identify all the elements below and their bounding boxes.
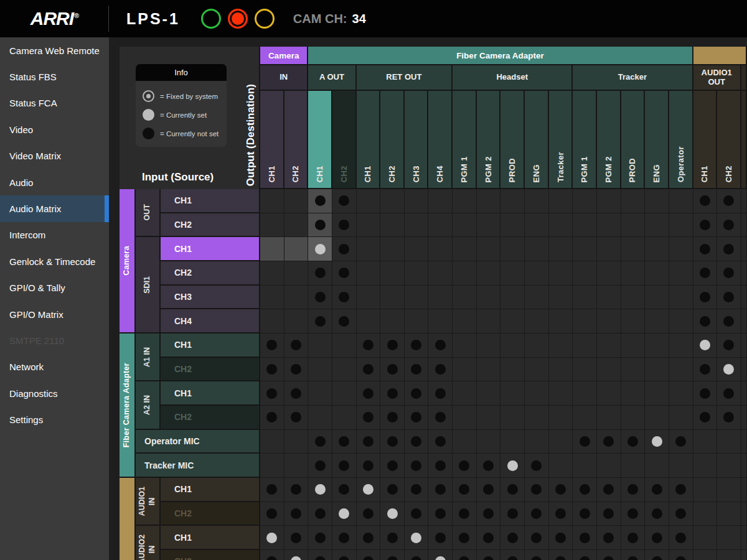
matrix-cell-r13c1[interactable] [260, 478, 284, 502]
matrix-cell-r4c6[interactable] [380, 261, 405, 286]
matrix-cell-r16c5[interactable] [357, 550, 381, 560]
matrix-cell-r2c9[interactable] [453, 213, 477, 238]
matrix-cell-r10c6[interactable] [380, 406, 405, 430]
row-header-6-ch4[interactable]: CH4 [161, 309, 260, 334]
matrix-cell-r16c7[interactable] [405, 550, 429, 560]
matrix-cell-r16c20[interactable] [717, 550, 741, 560]
matrix-cell-r11c5[interactable] [357, 430, 381, 454]
matrix-cell-r6c10[interactable] [477, 309, 501, 334]
matrix-cell-r14c20[interactable] [717, 502, 741, 526]
matrix-cell-r5c2[interactable] [284, 286, 309, 310]
col-header-18-operator[interactable]: Operator [669, 91, 693, 189]
matrix-cell-r16c15[interactable] [597, 550, 621, 560]
matrix-cell-r6c11[interactable] [500, 309, 525, 334]
matrix-cell-r7c5[interactable] [357, 334, 381, 358]
matrix-cell-r13c15[interactable] [597, 478, 621, 502]
matrix-cell-r15c9[interactable] [453, 526, 477, 550]
matrix-cell-r15c12[interactable] [525, 526, 549, 550]
matrix-cell-r14c15[interactable] [597, 502, 621, 526]
matrix-cell-r5c20[interactable] [717, 286, 741, 310]
matrix-cell-r5c12[interactable] [525, 286, 549, 310]
matrix-cell-r5c6[interactable] [380, 286, 405, 310]
matrix-cell-r8c14[interactable] [573, 358, 597, 382]
matrix-cell-r8c20[interactable] [717, 358, 741, 382]
matrix-cell-r3c2[interactable] [284, 237, 309, 261]
matrix-cell-r16c12[interactable] [525, 550, 549, 560]
matrix-cell-r16c17[interactable] [645, 550, 669, 560]
matrix-cell-r12c7[interactable] [405, 454, 429, 478]
matrix-cell-r4c10[interactable] [477, 261, 501, 286]
matrix-cell-r7c18[interactable] [669, 334, 693, 358]
matrix-cell-r9c5[interactable] [357, 381, 381, 406]
matrix-cell-r1c5[interactable] [357, 189, 381, 213]
matrix-cell-r5c18[interactable] [669, 286, 693, 310]
matrix-cell-r13c9[interactable] [453, 478, 477, 502]
matrix-cell-r5c17[interactable] [645, 286, 669, 310]
sidebar-item-diagnostics[interactable]: Diagnostics [0, 380, 109, 406]
matrix-cell-r1c11[interactable] [500, 189, 525, 213]
matrix-cell-r4c12[interactable] [525, 261, 549, 286]
sidebar-item-video[interactable]: Video [0, 116, 109, 142]
row-header-12-tracker-mic[interactable]: Tracker MIC [136, 454, 260, 478]
matrix-cell-r4c3[interactable] [308, 261, 332, 286]
matrix-cell-r13c5[interactable] [357, 478, 381, 502]
matrix-cell-r15c10[interactable] [477, 526, 501, 550]
col-header-17-eng[interactable]: ENG [645, 91, 669, 189]
matrix-cell-r3c4[interactable] [332, 237, 357, 261]
matrix-cell-r4c14[interactable] [573, 261, 597, 286]
matrix-cell-r15c5[interactable] [357, 526, 381, 550]
matrix-cell-r2c20[interactable] [717, 213, 741, 238]
matrix-cell-r12c20[interactable] [717, 454, 741, 478]
matrix-cell-r3c17[interactable] [645, 237, 669, 261]
matrix-cell-r7c2[interactable] [284, 334, 309, 358]
matrix-cell-r8c2[interactable] [284, 358, 309, 382]
matrix-cell-r1c8[interactable] [428, 189, 453, 213]
matrix-cell-r12c18[interactable] [669, 454, 693, 478]
matrix-cell-r15c19[interactable] [693, 526, 718, 550]
matrix-cell-r4c18[interactable] [669, 261, 693, 286]
matrix-cell-r6c18[interactable] [669, 309, 693, 334]
matrix-cell-r12c2[interactable] [284, 454, 309, 478]
matrix-cell-r1c6[interactable] [380, 189, 405, 213]
matrix-cell-r1c7[interactable] [405, 189, 429, 213]
matrix-cell-r10c16[interactable] [621, 406, 646, 430]
matrix-cell-r16c11[interactable] [500, 550, 525, 560]
matrix-cell-r6c5[interactable] [357, 309, 381, 334]
matrix-cell-r13c16[interactable] [621, 478, 646, 502]
matrix-cell-r2c14[interactable] [573, 213, 597, 238]
matrix-cell-r15c11[interactable] [500, 526, 525, 550]
matrix-cell-r14c11[interactable] [500, 502, 525, 526]
matrix-cell-r14c1[interactable] [260, 502, 284, 526]
matrix-cell-r14c3[interactable] [308, 502, 332, 526]
matrix-cell-r5c3[interactable] [308, 286, 332, 310]
matrix-cell-r3c12[interactable] [525, 237, 549, 261]
matrix-cell-r8c17[interactable] [645, 358, 669, 382]
matrix-cell-r8c1[interactable] [260, 358, 284, 382]
matrix-cell-r7c13[interactable] [549, 334, 573, 358]
matrix-cell-r10c20[interactable] [717, 406, 741, 430]
col-header-8-ch4[interactable]: CH4 [428, 91, 453, 189]
matrix-cell-r15c20[interactable] [717, 526, 741, 550]
matrix-cell-r3c8[interactable] [428, 237, 453, 261]
matrix-cell-r10c19[interactable] [693, 406, 718, 430]
matrix-cell-r9c12[interactable] [525, 381, 549, 406]
col-header-20-ch2[interactable]: CH2 [717, 91, 741, 189]
matrix-cell-r10c5[interactable] [357, 406, 381, 430]
matrix-cell-r7c14[interactable] [573, 334, 597, 358]
matrix-cell-r3c20[interactable] [717, 237, 741, 261]
matrix-cell-r15c7[interactable] [405, 526, 429, 550]
matrix-cell-r8c15[interactable] [597, 358, 621, 382]
matrix-cell-r2c8[interactable] [428, 213, 453, 238]
matrix-cell-r1c16[interactable] [621, 189, 646, 213]
matrix-cell-r12c19[interactable] [693, 454, 718, 478]
matrix-cell-r3c10[interactable] [477, 237, 501, 261]
matrix-cell-r9c7[interactable] [405, 381, 429, 406]
matrix-cell-r5c15[interactable] [597, 286, 621, 310]
matrix-cell-r1c1[interactable] [260, 189, 284, 213]
matrix-cell-r12c5[interactable] [357, 454, 381, 478]
matrix-cell-r7c6[interactable] [380, 334, 405, 358]
matrix-cell-r11c3[interactable] [308, 430, 332, 454]
col-header-14-pgm-1[interactable]: PGM 1 [573, 91, 597, 189]
matrix-cell-r1c13[interactable] [549, 189, 573, 213]
matrix-cell-r14c9[interactable] [453, 502, 477, 526]
